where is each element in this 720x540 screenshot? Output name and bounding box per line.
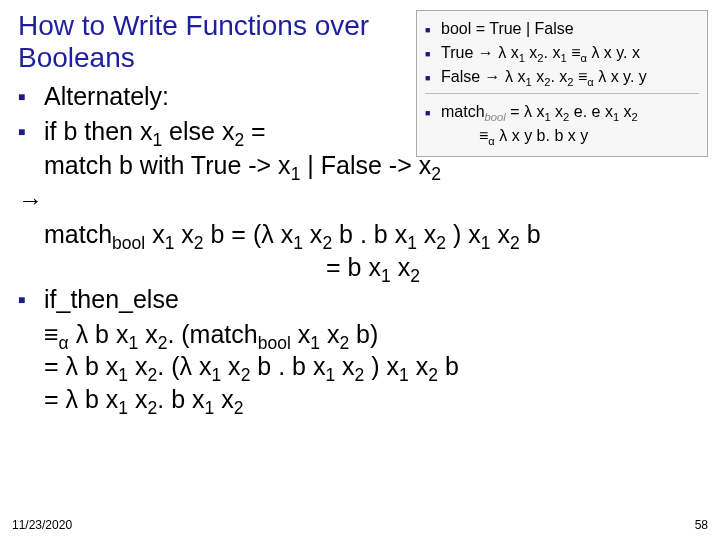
bullet-icon: ■ (425, 65, 441, 89)
inset-row-false: ■ False → λ x1 x2. x2 ≡α λ x y. y (425, 65, 699, 89)
bullet-icon: ■ (18, 115, 44, 148)
ite-line1: ≡α λ b x1 x2. (matchbool x1 x2 b) (44, 318, 708, 351)
bullet-ite: ■ if_then_else (18, 283, 708, 316)
inset-row-bool: ■ bool = True | False (425, 17, 699, 41)
ite-line2: = λ b x1 x2. (λ x1 x2 b . b x1 x2 ) x1 x… (44, 350, 708, 383)
matchbool-line2: = b x1 x2 (38, 251, 708, 284)
matchbool-line1: matchbool x1 x2 b = (λ x1 x2 b . b x1 x2… (44, 218, 708, 251)
bullet-icon: ■ (425, 41, 441, 65)
footer-date: 11/23/2020 (12, 518, 72, 532)
inset-divider (425, 93, 699, 94)
definitions-inset: ■ bool = True | False ■ True → λ x1 x2. … (416, 10, 708, 157)
bullet-icon: ■ (425, 17, 441, 41)
reduces-arrow: → (18, 184, 708, 217)
footer-page: 58 (695, 518, 708, 532)
ite-line3: = λ b x1 x2. b x1 x2 (44, 383, 708, 416)
bullet-icon: ■ (18, 283, 44, 316)
slide-footer: 11/23/2020 58 (12, 518, 708, 532)
slide-title: How to Write Functions over Booleans (18, 10, 388, 74)
bullet-icon: ■ (18, 80, 44, 113)
inset-row-match: ■ matchbool = λ x1 x2 e. e x1 x2 (425, 100, 699, 124)
inset-row-true: ■ True → λ x1 x2. x1 ≡α λ x y. x (425, 41, 699, 65)
bullet-icon: ■ (425, 100, 441, 124)
inset-row-match2: ≡α λ x y b. b x y (479, 124, 699, 148)
bullet-text: if_then_else (44, 283, 708, 316)
